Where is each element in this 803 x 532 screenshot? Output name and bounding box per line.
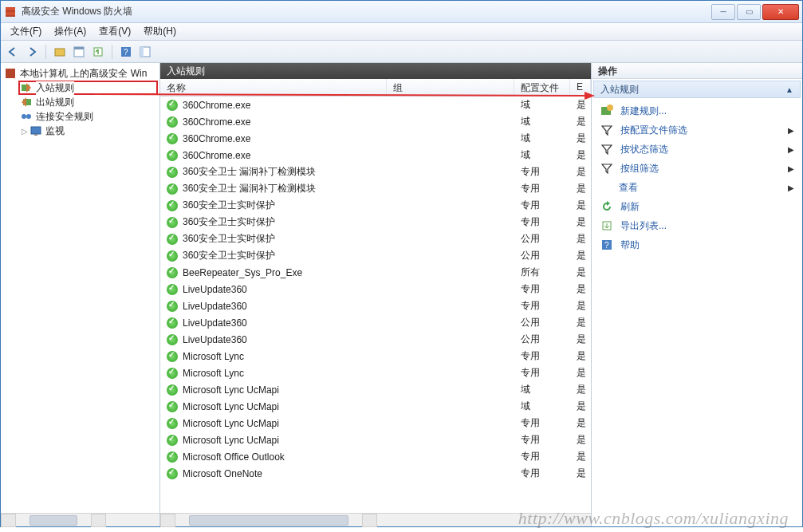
tb-icon-1[interactable] (51, 43, 69, 61)
tree-inbound-label: 入站规则 (36, 81, 74, 95)
tb-icon-3[interactable] (89, 43, 107, 61)
cell-name: Microsoft Lync (160, 368, 387, 379)
tree-root[interactable]: 本地计算机 上的高级安全 Win (2, 66, 158, 81)
cell-e: 是 (570, 450, 591, 463)
tb-icon-2[interactable] (70, 43, 88, 61)
rule-name: 360Chrome.exe (183, 133, 250, 144)
table-row[interactable]: LiveUpdate360专用是 (160, 298, 591, 314)
svg-point-14 (22, 114, 26, 119)
rule-name: 360Chrome.exe (183, 150, 250, 161)
table-row[interactable]: LiveUpdate360公用是 (160, 314, 591, 331)
tree-inbound-rules[interactable]: 入站规则 (18, 81, 158, 95)
table-row[interactable]: 360Chrome.exe域是 (160, 113, 591, 130)
tree-scrollbar-h[interactable] (1, 513, 159, 526)
svg-point-15 (26, 114, 31, 119)
table-row[interactable]: 360安全卫士实时保护专用是 (160, 214, 591, 231)
table-row[interactable]: 360Chrome.exe域是 (160, 147, 591, 164)
cell-name: 360安全卫士实时保护 (160, 199, 387, 212)
cell-name: LiveUpdate360 (160, 301, 387, 312)
svg-rect-11 (6, 69, 15, 78)
cell-profile: 专用 (514, 215, 570, 229)
close-button[interactable]: ✕ (762, 4, 799, 20)
maximize-button[interactable]: ▭ (737, 4, 761, 20)
cell-e: 是 (570, 299, 591, 313)
expand-icon[interactable]: ▷ (20, 127, 30, 136)
submenu-arrow-icon: ▶ (788, 183, 794, 192)
table-row[interactable]: LiveUpdate360专用是 (160, 281, 591, 298)
rules-list: 360Chrome.exe域是360Chrome.exe域是360Chrome.… (160, 97, 591, 513)
cell-e: 是 (570, 165, 591, 179)
new-rule-icon (600, 104, 614, 118)
table-row[interactable]: 360安全卫士 漏洞补丁检测模块专用是 (160, 180, 591, 197)
col-group[interactable]: 组 (387, 79, 514, 96)
svg-text:?: ? (124, 48, 128, 57)
cell-e: 是 (570, 98, 591, 112)
table-row[interactable]: 360Chrome.exe域是 (160, 97, 591, 113)
cell-e: 是 (570, 366, 591, 380)
action-refresh[interactable]: 刷新 (595, 197, 799, 216)
col-name[interactable]: 名称 (160, 79, 387, 96)
tree-monitor-label: 监视 (45, 124, 65, 138)
nav-back-button[interactable] (4, 43, 22, 61)
allow-icon (167, 133, 178, 144)
table-row[interactable]: 360安全卫士 漏洞补丁检测模块专用是 (160, 164, 591, 180)
cell-e: 是 (570, 282, 591, 296)
nav-forward-button[interactable] (23, 43, 41, 61)
col-profile[interactable]: 配置文件 (514, 79, 570, 96)
svg-rect-2 (6, 12, 15, 15)
allow-icon (167, 351, 178, 362)
table-row[interactable]: LiveUpdate360公用是 (160, 331, 591, 348)
allow-icon (167, 384, 178, 396)
menu-file[interactable]: 文件(F) (4, 23, 48, 40)
tb-help-icon[interactable]: ? (117, 43, 135, 61)
table-row[interactable]: Microsoft Lync UcMapi域是 (160, 398, 591, 415)
table-row[interactable]: 360安全卫士实时保护公用是 (160, 247, 591, 264)
table-row[interactable]: Microsoft Lync专用是 (160, 348, 591, 365)
action-new-rule[interactable]: 新建规则... (595, 101, 799, 120)
table-row[interactable]: 360安全卫士实时保护专用是 (160, 197, 591, 214)
cell-profile: 域 (514, 132, 570, 145)
action-view[interactable]: 查看 ▶ (595, 178, 799, 197)
tree-conn-security[interactable]: 连接安全规则 (18, 109, 158, 124)
cell-profile: 域 (514, 383, 570, 396)
table-row[interactable]: Microsoft OneNote专用是 (160, 465, 591, 482)
allow-icon (167, 150, 178, 161)
action-help[interactable]: ? 帮助 (595, 235, 799, 254)
nav-tree: 本地计算机 上的高级安全 Win 入站规则 出站规则 连接安全规则 (1, 63, 159, 513)
table-row[interactable]: Microsoft Lync专用是 (160, 365, 591, 381)
tree-outbound-rules[interactable]: 出站规则 (18, 95, 158, 109)
minimize-button[interactable]: ─ (711, 4, 735, 20)
table-row[interactable]: Microsoft Lync UcMapi专用是 (160, 415, 591, 432)
menu-action[interactable]: 操作(A) (48, 23, 93, 40)
window-buttons: ─ ▭ ✕ (710, 4, 799, 20)
tree-connsec-label: 连接安全规则 (36, 110, 93, 124)
col-e[interactable]: E (570, 79, 591, 96)
action-filter-profile[interactable]: 按配置文件筛选 ▶ (595, 120, 799, 140)
action-filter-state[interactable]: 按状态筛选 ▶ (595, 140, 799, 159)
actions-group-title[interactable]: 入站规则 ▲ (593, 81, 801, 98)
cell-profile: 专用 (514, 366, 570, 380)
cell-profile: 公用 (514, 333, 570, 346)
table-row[interactable]: 360安全卫士实时保护公用是 (160, 231, 591, 247)
table-row[interactable]: Microsoft Lync UcMapi域是 (160, 381, 591, 398)
cell-e: 是 (570, 115, 591, 128)
menu-help[interactable]: 帮助(H) (137, 23, 183, 40)
toolbar-sep (112, 45, 112, 59)
svg-point-19 (607, 104, 613, 111)
rule-name: 360安全卫士实时保护 (183, 199, 275, 212)
table-row[interactable]: Microsoft Lync UcMapi专用是 (160, 432, 591, 448)
table-row[interactable]: Microsoft Office Outlook专用是 (160, 448, 591, 465)
firewall-icon (4, 67, 17, 80)
rule-name: Microsoft Lync (183, 368, 244, 379)
menu-view[interactable]: 查看(V) (93, 23, 137, 40)
cell-profile: 专用 (514, 349, 570, 363)
table-row[interactable]: BeeRepeater_Sys_Pro_Exe所有是 (160, 264, 591, 281)
action-export[interactable]: 导出列表... (595, 216, 799, 235)
watermark: http://www.cnblogs.com/xuliangxing (518, 508, 789, 529)
collapse-icon: ▲ (785, 85, 793, 94)
tree-monitor[interactable]: ▷ 监视 (18, 124, 158, 138)
allow-icon (167, 116, 178, 128)
tb-icon-5[interactable] (136, 43, 154, 61)
action-filter-group[interactable]: 按组筛选 ▶ (595, 159, 799, 178)
table-row[interactable]: 360Chrome.exe域是 (160, 130, 591, 147)
